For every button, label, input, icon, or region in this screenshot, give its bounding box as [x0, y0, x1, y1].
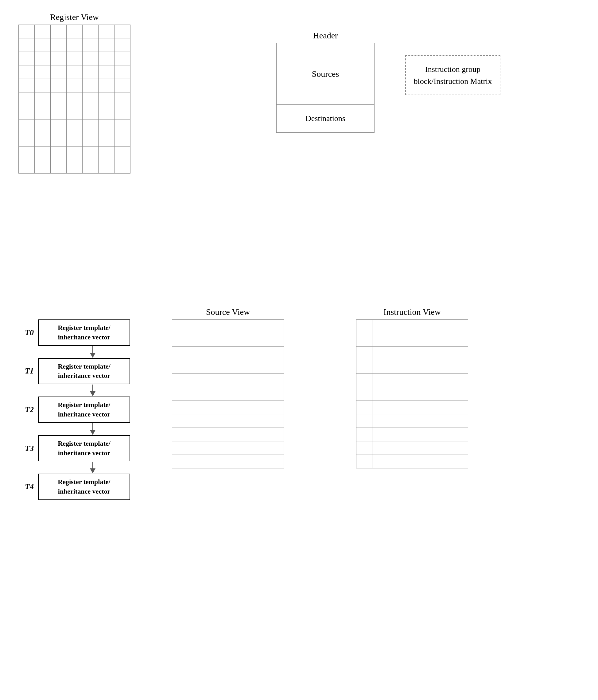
- grid-cell: [51, 39, 67, 52]
- grid-cell: [35, 79, 51, 93]
- grid-cell: [67, 52, 83, 66]
- grid-cell: [67, 147, 83, 160]
- chain-container: T0Register template/ inheritance vector …: [19, 320, 147, 500]
- grid-cell: [35, 147, 51, 160]
- grid-cell: [436, 360, 452, 374]
- grid-cell: [35, 52, 51, 66]
- grid-cell: [357, 374, 372, 387]
- grid-cell: [188, 455, 204, 468]
- grid-cell: [388, 333, 404, 347]
- grid-cell: [404, 401, 420, 414]
- chain-item: T4Register template/ inheritance vector: [19, 474, 147, 500]
- grid-cell: [436, 320, 452, 333]
- register-view-grid: [19, 25, 130, 174]
- register-view-label: Register View: [19, 12, 130, 22]
- grid-cell: [404, 428, 420, 441]
- grid-cell: [436, 455, 452, 468]
- grid-cell: [452, 414, 468, 428]
- grid-cell: [388, 428, 404, 441]
- grid-cell: [83, 93, 99, 106]
- grid-cell: [357, 333, 372, 347]
- grid-cell: [220, 320, 236, 333]
- register-template-box: Register template/ inheritance vector: [38, 435, 130, 461]
- grid-cell: [220, 360, 236, 374]
- t-label: T4: [19, 482, 34, 492]
- grid-cell: [268, 387, 284, 401]
- grid-cell: [99, 39, 114, 52]
- grid-cell: [172, 441, 188, 455]
- destinations-text: Destinations: [306, 114, 345, 123]
- grid-cell: [204, 347, 220, 360]
- grid-cell: [204, 333, 220, 347]
- arrow-down: [38, 423, 147, 435]
- grid-cell: [99, 147, 114, 160]
- grid-cell: [357, 401, 372, 414]
- grid-cell: [372, 401, 388, 414]
- grid-cell: [420, 401, 436, 414]
- grid-cell: [452, 320, 468, 333]
- grid-cell: [372, 320, 388, 333]
- grid-cell: [252, 360, 268, 374]
- header-box-container: Header Sources Destinations: [276, 31, 374, 133]
- grid-cell: [51, 147, 67, 160]
- grid-cell: [172, 455, 188, 468]
- down-arrow-icon: [88, 346, 97, 358]
- grid-cell: [388, 455, 404, 468]
- grid-cell: [268, 414, 284, 428]
- grid-cell: [172, 387, 188, 401]
- grid-cell: [19, 133, 35, 147]
- grid-cell: [404, 387, 420, 401]
- grid-cell: [83, 160, 99, 174]
- grid-cell: [404, 441, 420, 455]
- grid-cell: [19, 160, 35, 174]
- grid-cell: [188, 320, 204, 333]
- grid-cell: [220, 428, 236, 441]
- register-template-box: Register template/ inheritance vector: [38, 397, 130, 423]
- grid-cell: [204, 414, 220, 428]
- sources-text: Sources: [312, 69, 339, 79]
- grid-cell: [19, 79, 35, 93]
- grid-cell: [372, 428, 388, 441]
- grid-cell: [99, 106, 114, 120]
- grid-cell: [67, 39, 83, 52]
- grid-cell: [452, 333, 468, 347]
- grid-cell: [372, 374, 388, 387]
- source-view-grid: [172, 320, 284, 468]
- register-template-box: Register template/ inheritance vector: [38, 474, 130, 500]
- grid-cell: [220, 333, 236, 347]
- header-box: Sources Destinations: [276, 43, 374, 133]
- grid-cell: [188, 414, 204, 428]
- register-template-box: Register template/ inheritance vector: [38, 358, 130, 384]
- svg-marker-7: [90, 468, 96, 473]
- grid-cell: [372, 333, 388, 347]
- grid-cell: [99, 52, 114, 66]
- grid-cell: [404, 455, 420, 468]
- grid-cell: [220, 387, 236, 401]
- sources-area: Sources: [277, 43, 374, 105]
- grid-cell: [67, 106, 83, 120]
- grid-cell: [114, 52, 130, 66]
- grid-cell: [114, 133, 130, 147]
- grid-cell: [114, 93, 130, 106]
- grid-cell: [83, 25, 99, 39]
- grid-cell: [236, 441, 252, 455]
- grid-cell: [204, 455, 220, 468]
- grid-cell: [436, 401, 452, 414]
- instruction-block-text: Instruction group block/Instruction Matr…: [414, 65, 492, 86]
- grid-cell: [236, 428, 252, 441]
- instruction-view-bottom: Instruction View: [356, 307, 468, 468]
- grid-cell: [357, 360, 372, 374]
- grid-cell: [420, 455, 436, 468]
- grid-cell: [83, 147, 99, 160]
- grid-cell: [452, 401, 468, 414]
- grid-cell: [236, 347, 252, 360]
- grid-cell: [452, 428, 468, 441]
- grid-cell: [19, 39, 35, 52]
- grid-cell: [204, 401, 220, 414]
- grid-cell: [252, 387, 268, 401]
- grid-cell: [188, 428, 204, 441]
- grid-cell: [268, 320, 284, 333]
- grid-cell: [188, 387, 204, 401]
- grid-cell: [372, 441, 388, 455]
- grid-cell: [268, 455, 284, 468]
